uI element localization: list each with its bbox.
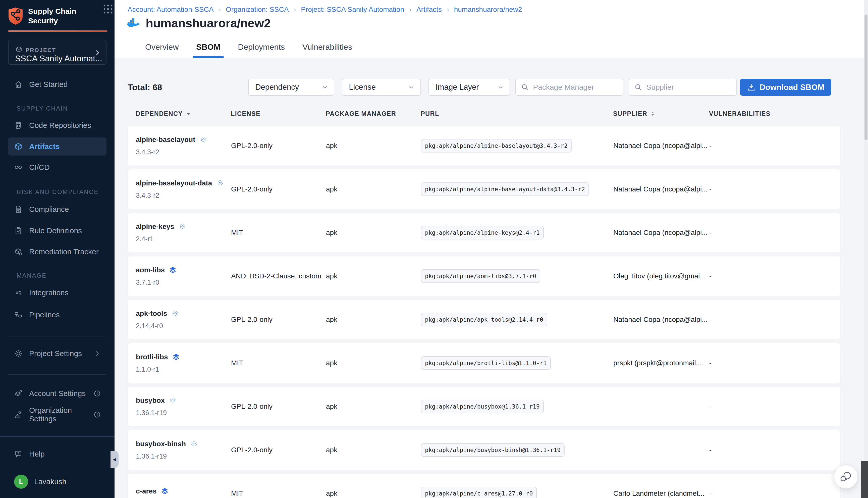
tab-sbom[interactable]: SBOM [193, 42, 223, 58]
brand: Supply Chain Security [8, 6, 107, 26]
filter-dropdown-image-layer[interactable]: Image Layer [428, 79, 510, 96]
divider [0, 436, 115, 437]
purl-chip[interactable]: pkg:apk/alpine/aom-libs@3.7.1-r0 [421, 270, 540, 283]
purl-chip[interactable]: pkg:apk/alpine/brotli-libs@1.1.0-r1 [421, 356, 551, 370]
dependency-name: brotli-libs [136, 353, 168, 361]
purl-chip[interactable]: pkg:apk/alpine/c-ares@1.27.0-r0 [421, 487, 537, 498]
search-input[interactable] [646, 83, 731, 92]
sidebar-item-label: Compliance [29, 205, 69, 213]
purl-chip[interactable]: pkg:apk/alpine/busybox-binsh@1.36.1-r19 [421, 443, 565, 457]
vulnerabilities-value: - [709, 228, 840, 237]
chat-help-button[interactable] [834, 466, 857, 488]
artifacts-box-icon [14, 142, 23, 151]
table-row[interactable]: aom-libs 3.7.1-r0 AND, BSD-2-Clause, cus… [128, 256, 840, 296]
table-row[interactable]: alpine-baselayout-data 3.4.3-r2 GPL-2.0-… [128, 169, 840, 209]
sidebar-item-code-repositories[interactable]: Code Repositories [8, 117, 106, 134]
table-row[interactable]: apk-tools 2.14.4-r0 GPL-2.0-only apk pkg… [128, 300, 840, 340]
column-header-supplier[interactable]: SUPPLIER [613, 110, 709, 117]
app-screen: Supply Chain Security PROJECT SSCA Sani [0, 0, 868, 498]
sort-desc-icon[interactable] [185, 111, 191, 117]
sidebar-item-rule-definitions[interactable]: Rule Definitions [8, 222, 106, 239]
vulnerabilities-value: - [709, 185, 840, 193]
package-manager-value: apk [326, 446, 421, 454]
layers-gear-icon [14, 389, 23, 398]
scrollbar-thumb[interactable] [865, 15, 868, 140]
info-icon [93, 411, 101, 418]
document-search-icon [14, 205, 23, 213]
total-count: Total: 68 [128, 82, 162, 92]
breadcrumb-link[interactable]: humanshuarora/new2 [454, 5, 522, 14]
project-label: PROJECT [26, 47, 56, 53]
filter-dropdown-license[interactable]: License [342, 79, 421, 96]
brand-underline [8, 30, 107, 32]
brand-title: Supply Chain Security [28, 6, 76, 26]
tab-deployments[interactable]: Deployments [235, 42, 287, 58]
apps-grid-icon[interactable] [103, 3, 113, 15]
sort-icon[interactable] [650, 111, 656, 117]
table-row[interactable]: alpine-keys 2.4-r1 MIT apk pkg:apk/alpin… [128, 212, 840, 253]
sidebar-item-get-started[interactable]: Get Started [8, 76, 106, 93]
package-manager-value: apk [326, 359, 421, 367]
download-icon [747, 83, 756, 91]
project-selector[interactable]: PROJECT SSCA Sanity Automat... [8, 40, 106, 65]
vulnerabilities-value: - [709, 142, 840, 150]
sidebar-item-pipelines[interactable]: Pipelines [8, 306, 106, 323]
layers-outline-icon [178, 223, 186, 231]
purl-chip[interactable]: pkg:apk/alpine/apk-tools@2.14.4-r0 [421, 313, 547, 326]
supplier-value: Natanael Copa (ncopa@alpi... [613, 316, 709, 324]
vulnerabilities-value: - [709, 446, 840, 454]
purl-chip[interactable]: pkg:apk/alpine/alpine-baselayout@3.4.3-r… [421, 139, 572, 153]
svg-text:?: ? [17, 451, 19, 455]
tab-vulnerabilities[interactable]: Vulnerabilities [300, 42, 355, 58]
dependency-name: busybox [136, 396, 165, 405]
breadcrumb-link[interactable]: Account: Automation-SSCA [128, 5, 213, 14]
sidebar-collapse-handle[interactable]: ◀ [110, 451, 119, 468]
divider [8, 374, 106, 375]
license-value: MIT [231, 489, 326, 498]
pipelines-icon [14, 311, 23, 319]
purl-chip[interactable]: pkg:apk/alpine/alpine-baselayout-data@3.… [421, 182, 589, 196]
table-body: alpine-baselayout 3.4.3-r2 GPL-2.0-only … [128, 126, 840, 498]
supplier-value: Natanael Copa (ncopa@alpi... [613, 228, 709, 237]
sidebar-item-compliance[interactable]: Compliance [8, 201, 106, 218]
supply-chain-shield-icon [8, 7, 24, 25]
table-row[interactable]: brotli-libs 1.1.0-r1 MIT apk pkg:apk/alp… [128, 343, 840, 383]
column-header-dependency[interactable]: DEPENDENCY [136, 110, 231, 117]
tab-overview[interactable]: Overview [143, 42, 181, 58]
breadcrumb-link[interactable]: Artifacts [416, 5, 442, 14]
table-row[interactable]: busybox 1.36.1-r19 GPL-2.0-only apk pkg:… [128, 386, 840, 427]
sidebar-item-label: Integrations [29, 288, 69, 297]
dependency-version: 2.14.4-r0 [136, 322, 231, 330]
table-row[interactable]: c-ares MIT apk pkg:apk/alpine/c-ares@1.2… [128, 473, 840, 498]
vulnerabilities-value: - [709, 316, 840, 324]
sidebar-item-organization-settings[interactable]: Organization Settings [8, 406, 106, 423]
table-row[interactable]: alpine-baselayout 3.4.3-r2 GPL-2.0-only … [128, 126, 840, 166]
license-value: GPL-2.0-only [231, 316, 326, 324]
search-input[interactable] [532, 83, 618, 92]
section-label-risk-compliance: RISK AND COMPLIANCE [16, 188, 99, 196]
download-sbom-button[interactable]: Download SBOM [740, 79, 831, 96]
sidebar-item-remediation-tracker[interactable]: Remediation Tracker [8, 244, 106, 260]
sidebar-item-label: Remediation Tracker [29, 248, 99, 256]
search-icon [521, 83, 529, 91]
dependency-version: 1.36.1-r19 [136, 409, 231, 417]
filter-dropdown-dependency[interactable]: Dependency [248, 79, 334, 96]
dependency-version: 3.4.3-r2 [136, 148, 231, 156]
table-row[interactable]: busybox-binsh 1.36.1-r19 GPL-2.0-only ap… [128, 430, 840, 470]
sidebar-item-artifacts[interactable]: Artifacts [8, 137, 106, 156]
user-menu[interactable]: L Lavakush [8, 473, 106, 490]
dependency-name: apk-tools [136, 310, 167, 318]
sidebar-item-label: Rule Definitions [29, 226, 82, 235]
purl-chip[interactable]: pkg:apk/alpine/busybox@1.36.1-r19 [421, 400, 544, 413]
sidebar-item-integrations[interactable]: Integrations [8, 285, 106, 301]
sidebar-item-cicd[interactable]: CI/CD [8, 159, 106, 175]
breadcrumb-link[interactable]: Project: SSCA Sanity Automation [301, 5, 404, 14]
chevron-down-icon [497, 84, 504, 91]
org-gear-icon [14, 410, 23, 419]
purl-chip[interactable]: pkg:apk/alpine/alpine-keys@2.4-r1 [421, 226, 544, 239]
dependency-version: 1.36.1-r19 [136, 453, 231, 460]
sidebar-item-project-settings[interactable]: Project Settings [8, 345, 106, 362]
breadcrumb-link[interactable]: Organization: SSCA [226, 5, 289, 14]
sidebar-item-account-settings[interactable]: Account Settings [8, 385, 106, 402]
sidebar-item-help[interactable]: ? Help [8, 446, 106, 462]
